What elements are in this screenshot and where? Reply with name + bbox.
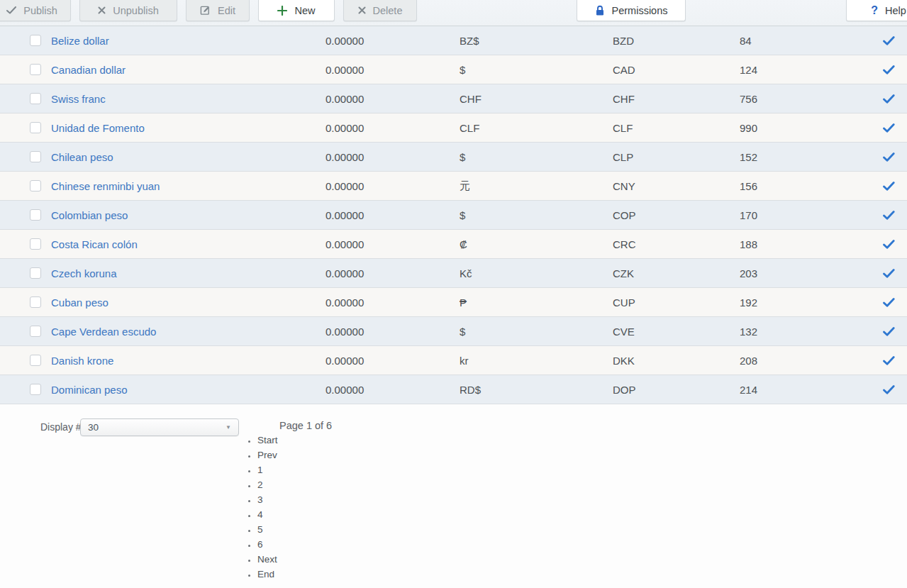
row-checkbox[interactable] bbox=[30, 151, 41, 162]
checkbox-cell bbox=[30, 64, 51, 75]
new-button[interactable]: New bbox=[258, 0, 335, 21]
currency-symbol: kr bbox=[460, 355, 613, 367]
published-toggle[interactable] bbox=[883, 385, 904, 394]
row-checkbox[interactable] bbox=[30, 326, 41, 337]
help-button[interactable]: ? Help bbox=[846, 0, 907, 21]
checkbox-cell bbox=[30, 296, 51, 308]
row-checkbox[interactable] bbox=[30, 35, 41, 46]
currency-name-link[interactable]: Swiss franc bbox=[51, 93, 325, 105]
published-check-icon bbox=[883, 65, 895, 74]
currency-name-link[interactable]: Canadian dollar bbox=[51, 64, 325, 76]
published-toggle[interactable] bbox=[883, 327, 904, 336]
currency-name-link[interactable]: Costa Rican colón bbox=[51, 238, 325, 250]
currency-number: 84 bbox=[740, 35, 883, 47]
currency-value: 0.00000 bbox=[325, 35, 460, 47]
currency-number: 990 bbox=[740, 122, 883, 134]
row-checkbox[interactable] bbox=[30, 384, 41, 395]
delete-button[interactable]: Delete bbox=[343, 0, 417, 21]
table-row: Canadian dollar 0.00000 $ CAD 124 bbox=[0, 55, 907, 84]
pagination-item[interactable]: 2 bbox=[257, 477, 278, 492]
row-checkbox[interactable] bbox=[30, 267, 41, 279]
checkbox-cell bbox=[30, 93, 51, 104]
published-toggle[interactable] bbox=[883, 356, 904, 365]
published-toggle[interactable] bbox=[883, 240, 904, 249]
currency-number: 132 bbox=[740, 326, 883, 338]
row-checkbox[interactable] bbox=[30, 296, 41, 308]
currency-number: 208 bbox=[740, 355, 883, 367]
currency-name-link[interactable]: Danish krone bbox=[51, 355, 325, 367]
currency-value: 0.00000 bbox=[325, 267, 460, 279]
row-checkbox[interactable] bbox=[30, 209, 41, 221]
currency-code: CHF bbox=[613, 93, 740, 105]
currency-code: CAD bbox=[613, 64, 740, 76]
publish-button[interactable]: Publish bbox=[0, 0, 71, 21]
currency-name-link[interactable]: Unidad de Fomento bbox=[51, 122, 325, 134]
pagination-item[interactable]: Prev bbox=[257, 448, 278, 462]
currency-name-link[interactable]: Cuban peso bbox=[51, 296, 325, 309]
published-toggle[interactable] bbox=[883, 269, 904, 278]
row-checkbox[interactable] bbox=[30, 64, 41, 75]
pagination-item[interactable]: End bbox=[257, 567, 278, 582]
table-row: Swiss franc 0.00000 CHF CHF 756 bbox=[0, 84, 907, 113]
published-toggle[interactable] bbox=[883, 152, 904, 162]
published-toggle[interactable] bbox=[883, 123, 904, 133]
currency-name-link[interactable]: Colombian peso bbox=[51, 209, 325, 221]
currency-name-link[interactable]: Czech koruna bbox=[51, 267, 325, 279]
currency-name-link[interactable]: Belize dollar bbox=[51, 35, 325, 47]
published-check-icon bbox=[883, 123, 895, 133]
row-checkbox[interactable] bbox=[30, 180, 41, 192]
table-row: Cape Verdean escudo 0.00000 $ CVE 132 bbox=[0, 317, 907, 346]
published-toggle[interactable] bbox=[883, 94, 904, 104]
pagination-item[interactable]: 4 bbox=[257, 507, 278, 522]
currency-number: 152 bbox=[740, 151, 883, 163]
x-icon bbox=[358, 6, 366, 14]
pagination-item[interactable]: Start bbox=[257, 433, 278, 448]
currency-name-link[interactable]: Chinese renminbi yuan bbox=[51, 180, 325, 192]
published-toggle[interactable] bbox=[883, 182, 904, 191]
currency-symbol: ₡ bbox=[460, 238, 613, 250]
currency-number: 124 bbox=[740, 64, 883, 76]
lock-icon bbox=[595, 5, 605, 16]
currency-value: 0.00000 bbox=[325, 151, 460, 163]
table-row: Cuban peso 0.00000 ₱ CUP 192 bbox=[0, 288, 907, 317]
currency-name-link[interactable]: Cape Verdean escudo bbox=[51, 326, 325, 338]
plus-icon bbox=[277, 6, 287, 16]
unpublish-button[interactable]: Unpublish bbox=[79, 0, 177, 21]
published-check-icon bbox=[883, 94, 895, 104]
row-checkbox[interactable] bbox=[30, 238, 41, 250]
checkbox-cell bbox=[30, 151, 51, 162]
table-row: Chilean peso 0.00000 $ CLP 152 bbox=[0, 143, 907, 172]
published-check-icon bbox=[883, 240, 895, 249]
display-count-select[interactable]: 30 ▼ bbox=[80, 418, 239, 436]
edit-button[interactable]: Edit bbox=[186, 0, 250, 21]
checkbox-cell bbox=[30, 35, 51, 46]
pagination-item[interactable]: 6 bbox=[257, 537, 278, 552]
pagination-item[interactable]: 3 bbox=[257, 492, 278, 507]
row-checkbox[interactable] bbox=[30, 122, 41, 133]
currency-code: COP bbox=[613, 209, 740, 221]
published-check-icon bbox=[883, 182, 895, 191]
published-check-icon bbox=[883, 356, 895, 365]
published-check-icon bbox=[883, 36, 895, 45]
currency-value: 0.00000 bbox=[325, 326, 460, 338]
pagination-item[interactable]: Next bbox=[257, 552, 278, 567]
pagination-item[interactable]: 1 bbox=[257, 462, 278, 477]
row-checkbox[interactable] bbox=[30, 355, 41, 366]
permissions-button[interactable]: Permissions bbox=[577, 0, 686, 21]
checkbox-cell bbox=[30, 355, 51, 366]
checkbox-cell bbox=[30, 384, 51, 395]
currency-name-link[interactable]: Chilean peso bbox=[51, 151, 325, 163]
published-toggle[interactable] bbox=[883, 65, 904, 74]
pagination-item[interactable]: 5 bbox=[257, 522, 278, 537]
published-toggle[interactable] bbox=[883, 298, 904, 307]
permissions-button-label: Permissions bbox=[612, 5, 668, 16]
display-count-value: 30 bbox=[88, 422, 99, 433]
currency-name-link[interactable]: Dominican peso bbox=[51, 384, 325, 396]
table-row: Belize dollar 0.00000 BZ$ BZD 84 bbox=[0, 26, 907, 55]
published-toggle[interactable] bbox=[883, 211, 904, 220]
published-toggle[interactable] bbox=[883, 36, 904, 45]
currency-code: CLP bbox=[613, 151, 740, 163]
checkbox-cell bbox=[30, 267, 51, 279]
row-checkbox[interactable] bbox=[30, 93, 41, 104]
currency-code: DKK bbox=[613, 355, 740, 367]
